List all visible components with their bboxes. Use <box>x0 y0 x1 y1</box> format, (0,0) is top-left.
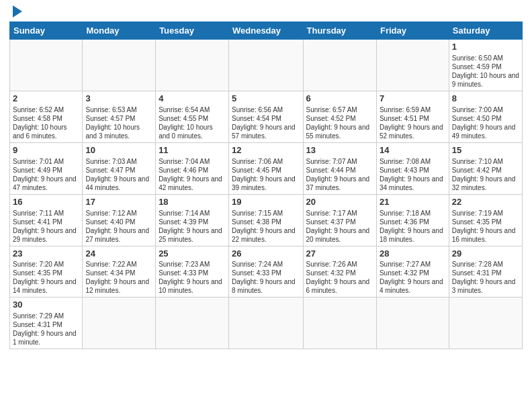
calendar-week-row: 30Sunrise: 7:29 AM Sunset: 4:31 PM Dayli… <box>10 298 523 349</box>
day-info: Sunrise: 7:06 AM Sunset: 4:45 PM Dayligh… <box>232 157 300 192</box>
calendar-cell <box>10 40 83 91</box>
calendar-table: SundayMondayTuesdayWednesdayThursdayFrid… <box>9 21 523 349</box>
calendar-cell <box>449 298 522 349</box>
logo-icon <box>13 5 22 17</box>
day-info: Sunrise: 7:10 AM Sunset: 4:42 PM Dayligh… <box>452 157 519 192</box>
calendar-cell <box>229 298 304 349</box>
calendar-cell <box>83 298 156 349</box>
calendar-header-thursday: Thursday <box>303 22 376 40</box>
calendar-cell: 15Sunrise: 7:10 AM Sunset: 4:42 PM Dayli… <box>449 142 522 194</box>
calendar-header-sunday: Sunday <box>10 22 83 40</box>
calendar-cell <box>376 298 449 349</box>
day-number: 27 <box>306 248 373 260</box>
day-number: 22 <box>452 197 519 208</box>
day-number: 25 <box>159 248 226 260</box>
day-number: 13 <box>306 145 373 156</box>
calendar-header-monday: Monday <box>83 22 156 40</box>
calendar-cell <box>83 40 156 91</box>
calendar-cell: 10Sunrise: 7:03 AM Sunset: 4:47 PM Dayli… <box>83 142 156 194</box>
day-number: 15 <box>452 145 519 156</box>
calendar-cell <box>376 40 449 91</box>
calendar-cell: 17Sunrise: 7:12 AM Sunset: 4:40 PM Dayli… <box>83 194 156 246</box>
calendar-cell: 21Sunrise: 7:18 AM Sunset: 4:36 PM Dayli… <box>376 194 449 246</box>
calendar-header-tuesday: Tuesday <box>156 22 229 40</box>
day-number: 3 <box>85 93 152 105</box>
calendar-cell: 29Sunrise: 7:28 AM Sunset: 4:31 PM Dayli… <box>449 246 522 298</box>
day-number: 9 <box>13 145 79 156</box>
day-info: Sunrise: 7:18 AM Sunset: 4:36 PM Dayligh… <box>380 209 446 244</box>
day-number: 10 <box>85 145 152 156</box>
day-info: Sunrise: 7:04 AM Sunset: 4:46 PM Dayligh… <box>159 157 226 192</box>
calendar-week-row: 23Sunrise: 7:20 AM Sunset: 4:35 PM Dayli… <box>10 246 523 298</box>
day-number: 1 <box>452 42 519 53</box>
day-info: Sunrise: 7:22 AM Sunset: 4:34 PM Dayligh… <box>85 260 152 295</box>
calendar-cell <box>303 40 376 91</box>
calendar-cell: 16Sunrise: 7:11 AM Sunset: 4:41 PM Dayli… <box>10 194 83 246</box>
day-info: Sunrise: 7:19 AM Sunset: 4:35 PM Dayligh… <box>452 209 519 244</box>
day-info: Sunrise: 7:27 AM Sunset: 4:32 PM Dayligh… <box>380 260 446 295</box>
day-info: Sunrise: 7:17 AM Sunset: 4:37 PM Dayligh… <box>306 209 373 244</box>
day-info: Sunrise: 7:14 AM Sunset: 4:39 PM Dayligh… <box>159 209 226 244</box>
day-info: Sunrise: 7:00 AM Sunset: 4:50 PM Dayligh… <box>452 105 519 140</box>
calendar-cell: 26Sunrise: 7:24 AM Sunset: 4:33 PM Dayli… <box>229 246 304 298</box>
day-info: Sunrise: 7:20 AM Sunset: 4:35 PM Dayligh… <box>13 260 79 295</box>
calendar-cell <box>156 40 229 91</box>
day-number: 23 <box>13 248 79 260</box>
day-info: Sunrise: 7:07 AM Sunset: 4:44 PM Dayligh… <box>306 157 373 192</box>
calendar-cell: 2Sunrise: 6:52 AM Sunset: 4:58 PM Daylig… <box>10 91 83 142</box>
day-info: Sunrise: 6:50 AM Sunset: 4:59 PM Dayligh… <box>452 54 519 89</box>
day-number: 4 <box>159 93 226 105</box>
calendar-cell: 24Sunrise: 7:22 AM Sunset: 4:34 PM Dayli… <box>83 246 156 298</box>
calendar-cell: 14Sunrise: 7:08 AM Sunset: 4:43 PM Dayli… <box>376 142 449 194</box>
day-number: 29 <box>452 248 519 260</box>
day-number: 6 <box>306 93 373 105</box>
calendar-cell: 22Sunrise: 7:19 AM Sunset: 4:35 PM Dayli… <box>449 194 522 246</box>
day-number: 28 <box>380 248 446 260</box>
day-number: 17 <box>85 197 152 208</box>
day-info: Sunrise: 7:28 AM Sunset: 4:31 PM Dayligh… <box>452 260 519 295</box>
day-info: Sunrise: 6:52 AM Sunset: 4:58 PM Dayligh… <box>13 105 79 140</box>
calendar-cell: 28Sunrise: 7:27 AM Sunset: 4:32 PM Dayli… <box>376 246 449 298</box>
calendar-week-row: 1Sunrise: 6:50 AM Sunset: 4:59 PM Daylig… <box>10 40 523 91</box>
calendar-cell: 12Sunrise: 7:06 AM Sunset: 4:45 PM Dayli… <box>229 142 304 194</box>
calendar-cell: 1Sunrise: 6:50 AM Sunset: 4:59 PM Daylig… <box>449 40 522 91</box>
header <box>9 7 523 17</box>
page: SundayMondayTuesdayWednesdayThursdayFrid… <box>0 0 532 411</box>
calendar-header-saturday: Saturday <box>449 22 522 40</box>
calendar-cell: 20Sunrise: 7:17 AM Sunset: 4:37 PM Dayli… <box>303 194 376 246</box>
day-number: 2 <box>13 93 79 105</box>
calendar-cell: 30Sunrise: 7:29 AM Sunset: 4:31 PM Dayli… <box>10 298 83 349</box>
calendar-cell: 5Sunrise: 6:56 AM Sunset: 4:54 PM Daylig… <box>229 91 304 142</box>
day-number: 7 <box>380 93 446 105</box>
day-number: 21 <box>380 197 446 208</box>
day-number: 14 <box>380 145 446 156</box>
day-number: 19 <box>232 197 300 208</box>
day-info: Sunrise: 7:01 AM Sunset: 4:49 PM Dayligh… <box>13 157 79 192</box>
day-info: Sunrise: 6:56 AM Sunset: 4:54 PM Dayligh… <box>232 105 300 140</box>
logo <box>9 7 22 17</box>
day-number: 18 <box>159 197 226 208</box>
calendar-cell: 13Sunrise: 7:07 AM Sunset: 4:44 PM Dayli… <box>303 142 376 194</box>
day-info: Sunrise: 6:54 AM Sunset: 4:55 PM Dayligh… <box>159 105 226 140</box>
calendar-cell <box>229 40 304 91</box>
day-info: Sunrise: 7:12 AM Sunset: 4:40 PM Dayligh… <box>85 209 152 244</box>
day-number: 26 <box>232 248 300 260</box>
calendar-week-row: 16Sunrise: 7:11 AM Sunset: 4:41 PM Dayli… <box>10 194 523 246</box>
day-info: Sunrise: 7:29 AM Sunset: 4:31 PM Dayligh… <box>13 312 79 347</box>
day-number: 30 <box>13 300 79 311</box>
day-info: Sunrise: 7:23 AM Sunset: 4:33 PM Dayligh… <box>159 260 226 295</box>
day-number: 11 <box>159 145 226 156</box>
calendar-cell: 3Sunrise: 6:53 AM Sunset: 4:57 PM Daylig… <box>83 91 156 142</box>
calendar-cell <box>303 298 376 349</box>
calendar-header-friday: Friday <box>376 22 449 40</box>
day-info: Sunrise: 7:11 AM Sunset: 4:41 PM Dayligh… <box>13 209 79 244</box>
day-number: 8 <box>452 93 519 105</box>
calendar-cell: 27Sunrise: 7:26 AM Sunset: 4:32 PM Dayli… <box>303 246 376 298</box>
day-number: 24 <box>85 248 152 260</box>
day-number: 16 <box>13 197 79 208</box>
calendar-header-wednesday: Wednesday <box>229 22 304 40</box>
day-info: Sunrise: 7:03 AM Sunset: 4:47 PM Dayligh… <box>85 157 152 192</box>
day-info: Sunrise: 7:26 AM Sunset: 4:32 PM Dayligh… <box>306 260 373 295</box>
calendar-cell: 23Sunrise: 7:20 AM Sunset: 4:35 PM Dayli… <box>10 246 83 298</box>
day-info: Sunrise: 6:53 AM Sunset: 4:57 PM Dayligh… <box>85 105 152 140</box>
